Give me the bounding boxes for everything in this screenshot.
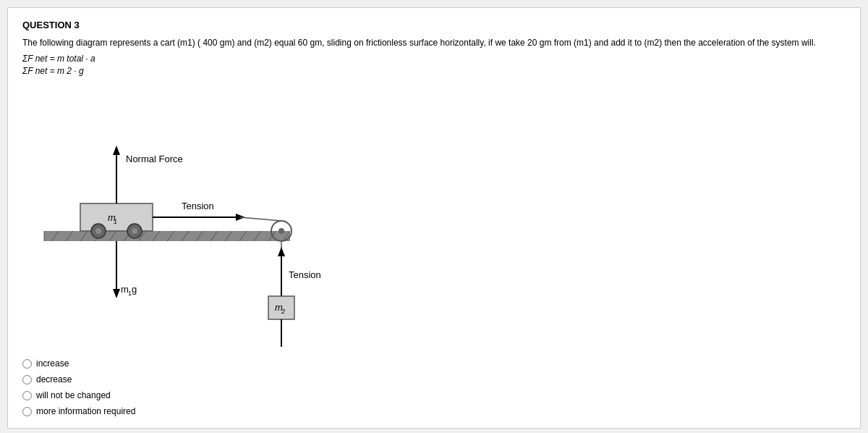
option-more-info[interactable]: more information required xyxy=(22,406,846,416)
svg-point-38 xyxy=(278,228,284,234)
svg-text:1: 1 xyxy=(114,218,117,225)
option-decrease[interactable]: decrease xyxy=(22,374,846,384)
formula2: ΣF net = m 2 · g xyxy=(22,66,846,76)
svg-text:g: g xyxy=(132,284,137,295)
svg-text:2: 2 xyxy=(281,308,285,315)
svg-text:Tension: Tension xyxy=(289,269,321,280)
svg-text:Tension: Tension xyxy=(182,201,214,211)
option-increase-label: increase xyxy=(36,358,69,369)
svg-text:Normal Force: Normal Force xyxy=(126,154,183,164)
diagram-svg: m 1 Normal Force m 1 g Tension xyxy=(22,86,471,347)
svg-marker-30 xyxy=(113,289,120,298)
page-container: QUESTION 3 The following diagram represe… xyxy=(7,7,861,429)
formula1: ΣF net = m total · a xyxy=(22,54,846,64)
svg-rect-19 xyxy=(80,203,153,231)
svg-line-51 xyxy=(239,217,281,221)
option-decrease-label: decrease xyxy=(36,374,72,384)
option-unchanged-label: will not be changed xyxy=(36,390,111,400)
radio-increase[interactable] xyxy=(22,359,32,369)
radio-unchanged[interactable] xyxy=(22,391,32,400)
svg-point-21 xyxy=(95,228,101,234)
diagram-area: m 1 Normal Force m 1 g Tension xyxy=(22,86,846,347)
question-text: The following diagram represents a cart … xyxy=(22,36,846,49)
radio-decrease[interactable] xyxy=(22,375,32,384)
svg-marker-27 xyxy=(113,146,120,155)
question-title: QUESTION 3 xyxy=(22,20,846,30)
svg-point-23 xyxy=(132,228,137,234)
radio-more-info[interactable] xyxy=(22,407,32,416)
option-increase[interactable]: increase xyxy=(22,358,846,369)
answers-area: increase decrease will not be changed mo… xyxy=(22,358,846,416)
option-unchanged[interactable]: will not be changed xyxy=(22,390,846,400)
svg-marker-44 xyxy=(278,247,285,256)
option-more-info-label: more information required xyxy=(36,406,135,416)
